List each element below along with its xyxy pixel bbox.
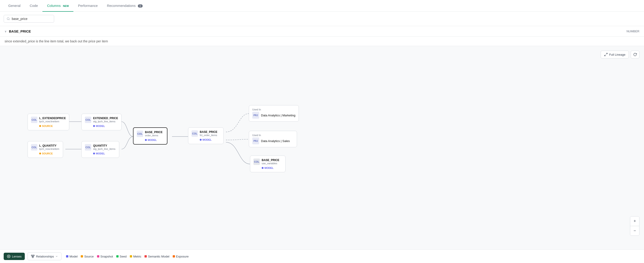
lineage-controls: Full Lineage xyxy=(601,51,640,58)
search-icon xyxy=(7,17,10,21)
tab-bar: General Code Columns NEW Performance Rec… xyxy=(0,0,644,12)
search-wrapper[interactable] xyxy=(4,15,54,23)
tab-code[interactable]: Code xyxy=(25,0,42,12)
prj-icon: PRJ xyxy=(252,137,259,144)
relationships-button[interactable]: Relationships xyxy=(28,253,62,260)
used-in-sales[interactable]: Used In PRJ Data Analytics | Sales xyxy=(249,131,297,147)
node-type-badge: MODEL xyxy=(262,167,282,169)
node-type-badge: MODEL xyxy=(145,139,164,141)
legend-source-label: Source xyxy=(84,255,94,258)
column-type: NUMBER xyxy=(626,29,640,33)
legend-exposure-label: Exposure xyxy=(176,255,189,258)
used-in-name: Data Analytics | Sales xyxy=(261,139,290,143)
node-type-badge: SOURCE xyxy=(39,125,66,127)
columns-new-badge: NEW xyxy=(63,4,69,7)
col-icon: COL xyxy=(192,130,198,137)
svg-line-5 xyxy=(606,53,608,54)
node-sub: tpch_now.lineitem xyxy=(39,148,60,150)
source-dot xyxy=(81,255,83,258)
seed-dot xyxy=(116,255,118,258)
tab-columns[interactable]: Columns NEW xyxy=(42,0,74,12)
tab-recommendations[interactable]: Recommendations 0 xyxy=(102,0,147,12)
svg-line-6 xyxy=(604,55,606,56)
full-lineage-button[interactable]: Full Lineage xyxy=(601,51,629,58)
zoom-in-button[interactable]: + xyxy=(630,217,639,226)
node-sub: stg_tpch_line_items xyxy=(93,120,118,123)
node-sub: tpch_now.lineitem xyxy=(39,120,66,123)
chevron-down-icon xyxy=(55,255,58,258)
bottom-bar: Lenses Relationships Model Source xyxy=(0,250,644,263)
search-bar xyxy=(0,12,644,26)
node-base-price-use[interactable]: COL BASE_PRICE use_variables MODEL xyxy=(250,156,286,172)
legend-metric-label: Metric xyxy=(133,255,141,258)
col-icon: COL xyxy=(31,144,38,151)
node-type-badge: MODEL xyxy=(200,138,220,141)
used-in-label: Used In xyxy=(252,108,296,111)
svg-point-8 xyxy=(8,256,9,257)
legend-model: Model xyxy=(66,255,78,258)
node-base-price-main[interactable]: COL BASE_PRICE order_items MODEL xyxy=(133,127,168,145)
zoom-controls: + − xyxy=(630,216,640,236)
lenses-button[interactable]: Lenses xyxy=(4,253,25,260)
lenses-icon xyxy=(7,255,10,258)
column-description: since extended_price is the line item to… xyxy=(0,37,644,46)
svg-rect-11 xyxy=(32,257,33,258)
semantic-model-dot xyxy=(144,255,147,258)
col-icon: COL xyxy=(85,117,91,123)
svg-point-7 xyxy=(7,255,10,258)
expand-icon xyxy=(604,53,608,56)
recommendations-count-badge: 0 xyxy=(138,4,142,7)
exposure-dot xyxy=(173,255,175,258)
node-label: BASE_PRICE xyxy=(200,130,220,134)
column-name: BASE_PRICE xyxy=(9,29,31,33)
relationships-icon xyxy=(31,255,35,258)
used-in-marketing[interactable]: Used In PRJ Data Analytics | Marketing xyxy=(249,105,299,122)
legend-semantic-model-label: Semantic Model xyxy=(148,255,169,258)
used-in-name: Data Analytics | Marketing xyxy=(261,114,296,117)
used-in-label: Used In xyxy=(252,134,294,137)
node-sub: order_items xyxy=(145,134,164,137)
col-icon: COL xyxy=(31,117,38,123)
tab-performance[interactable]: Performance xyxy=(74,0,102,12)
node-sub: stg_tpch_line_items xyxy=(93,148,116,150)
legend-seed-label: Seed xyxy=(120,255,126,258)
node-l-quantity[interactable]: COL L_QUANTITY tpch_now.lineitem SOURCE xyxy=(28,141,63,158)
node-type-badge: MODEL xyxy=(93,152,116,155)
legend-snapshot-label: Snapshot xyxy=(100,255,113,258)
legend-metric: Metric xyxy=(130,255,141,258)
legend-exposure: Exposure xyxy=(173,255,189,258)
zoom-out-button[interactable]: − xyxy=(630,226,639,236)
legend-seed: Seed xyxy=(116,255,126,258)
legend-snapshot: Snapshot xyxy=(97,255,113,258)
legend: Model Source Snapshot Seed Metric Semant… xyxy=(66,255,188,258)
node-l-extendedprice[interactable]: COL L_EXTENDEDPRICE tpch_now.lineitem SO… xyxy=(28,114,69,130)
lenses-label: Lenses xyxy=(12,255,22,258)
snapshot-dot xyxy=(97,255,99,258)
node-base-price-fct[interactable]: COL BASE_PRICE fct_order_items MODEL xyxy=(188,127,224,144)
svg-rect-10 xyxy=(33,255,34,256)
prj-icon: PRJ xyxy=(252,112,259,119)
lineage-area: COL L_EXTENDEDPRICE tpch_now.lineitem SO… xyxy=(0,46,644,250)
metric-dot xyxy=(130,255,132,258)
legend-semantic-model: Semantic Model xyxy=(144,255,169,258)
node-label: L_QUANTITY xyxy=(39,144,60,147)
full-lineage-label: Full Lineage xyxy=(609,53,626,56)
col-icon: COL xyxy=(254,159,260,165)
col-icon: COL xyxy=(85,144,91,151)
node-quantity[interactable]: COL QUANTITY stg_tpch_line_items MODEL xyxy=(82,141,119,158)
chevron-icon[interactable]: ∨ xyxy=(4,30,7,33)
col-icon: COL xyxy=(137,131,143,137)
node-label: QUANTITY xyxy=(93,144,116,147)
refresh-button[interactable] xyxy=(631,51,640,58)
node-label: L_EXTENDEDPRICE xyxy=(39,117,66,120)
search-input[interactable] xyxy=(12,17,51,21)
relationships-label: Relationships xyxy=(36,255,54,258)
node-type-badge: MODEL xyxy=(93,125,118,127)
node-label: EXTENDED_PRICE xyxy=(93,117,118,120)
refresh-icon xyxy=(633,53,637,56)
svg-point-0 xyxy=(7,18,9,20)
svg-line-1 xyxy=(9,19,10,20)
tab-general[interactable]: General xyxy=(4,0,25,12)
svg-rect-9 xyxy=(31,255,32,256)
node-extended-price[interactable]: COL EXTENDED_PRICE stg_tpch_line_items M… xyxy=(82,114,122,130)
